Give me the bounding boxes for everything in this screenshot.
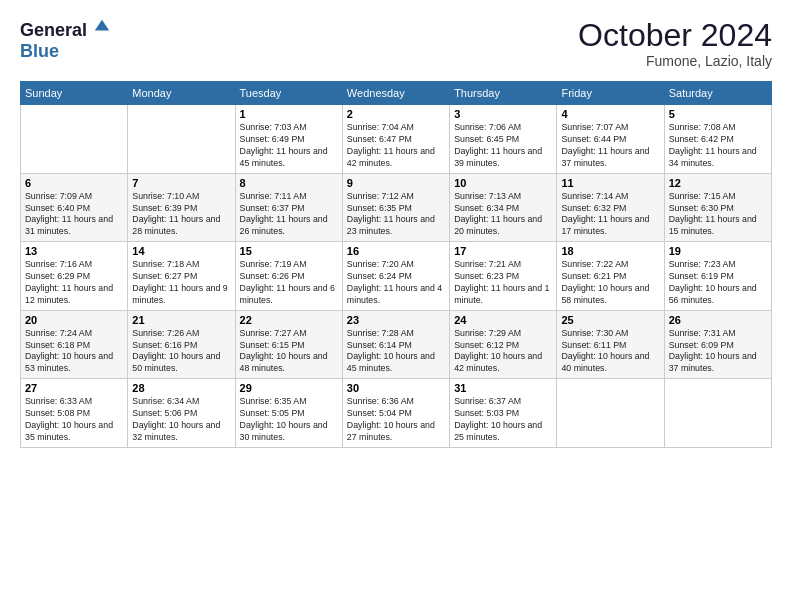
day-number: 17	[454, 245, 552, 257]
day-info: Sunrise: 7:28 AM Sunset: 6:14 PM Dayligh…	[347, 328, 445, 376]
day-info: Sunrise: 7:31 AM Sunset: 6:09 PM Dayligh…	[669, 328, 767, 376]
calendar-cell: 22Sunrise: 7:27 AM Sunset: 6:15 PM Dayli…	[235, 310, 342, 379]
col-header-thursday: Thursday	[450, 82, 557, 105]
day-info: Sunrise: 7:24 AM Sunset: 6:18 PM Dayligh…	[25, 328, 123, 376]
col-header-friday: Friday	[557, 82, 664, 105]
header: General Blue October 2024 Fumone, Lazio,…	[20, 18, 772, 69]
day-info: Sunrise: 7:11 AM Sunset: 6:37 PM Dayligh…	[240, 191, 338, 239]
col-header-monday: Monday	[128, 82, 235, 105]
day-number: 24	[454, 314, 552, 326]
day-info: Sunrise: 7:12 AM Sunset: 6:35 PM Dayligh…	[347, 191, 445, 239]
day-info: Sunrise: 7:29 AM Sunset: 6:12 PM Dayligh…	[454, 328, 552, 376]
calendar-week-5: 27Sunrise: 6:33 AM Sunset: 5:08 PM Dayli…	[21, 379, 772, 448]
calendar-cell	[557, 379, 664, 448]
day-info: Sunrise: 7:22 AM Sunset: 6:21 PM Dayligh…	[561, 259, 659, 307]
title-block: October 2024 Fumone, Lazio, Italy	[578, 18, 772, 69]
calendar-cell: 5Sunrise: 7:08 AM Sunset: 6:42 PM Daylig…	[664, 105, 771, 174]
day-info: Sunrise: 7:26 AM Sunset: 6:16 PM Dayligh…	[132, 328, 230, 376]
calendar-cell: 13Sunrise: 7:16 AM Sunset: 6:29 PM Dayli…	[21, 242, 128, 311]
calendar-cell: 23Sunrise: 7:28 AM Sunset: 6:14 PM Dayli…	[342, 310, 449, 379]
calendar-table: SundayMondayTuesdayWednesdayThursdayFrid…	[20, 81, 772, 448]
day-info: Sunrise: 6:35 AM Sunset: 5:05 PM Dayligh…	[240, 396, 338, 444]
day-info: Sunrise: 7:20 AM Sunset: 6:24 PM Dayligh…	[347, 259, 445, 307]
day-number: 29	[240, 382, 338, 394]
calendar-cell: 24Sunrise: 7:29 AM Sunset: 6:12 PM Dayli…	[450, 310, 557, 379]
day-number: 16	[347, 245, 445, 257]
day-number: 26	[669, 314, 767, 326]
day-number: 21	[132, 314, 230, 326]
day-info: Sunrise: 6:34 AM Sunset: 5:06 PM Dayligh…	[132, 396, 230, 444]
day-number: 18	[561, 245, 659, 257]
day-number: 2	[347, 108, 445, 120]
day-number: 9	[347, 177, 445, 189]
day-number: 31	[454, 382, 552, 394]
month-title: October 2024	[578, 18, 772, 53]
col-header-saturday: Saturday	[664, 82, 771, 105]
day-number: 19	[669, 245, 767, 257]
day-info: Sunrise: 7:15 AM Sunset: 6:30 PM Dayligh…	[669, 191, 767, 239]
calendar-cell: 11Sunrise: 7:14 AM Sunset: 6:32 PM Dayli…	[557, 173, 664, 242]
calendar-cell: 6Sunrise: 7:09 AM Sunset: 6:40 PM Daylig…	[21, 173, 128, 242]
calendar-cell: 9Sunrise: 7:12 AM Sunset: 6:35 PM Daylig…	[342, 173, 449, 242]
day-info: Sunrise: 7:30 AM Sunset: 6:11 PM Dayligh…	[561, 328, 659, 376]
calendar-week-2: 6Sunrise: 7:09 AM Sunset: 6:40 PM Daylig…	[21, 173, 772, 242]
day-number: 1	[240, 108, 338, 120]
calendar-cell: 25Sunrise: 7:30 AM Sunset: 6:11 PM Dayli…	[557, 310, 664, 379]
day-number: 3	[454, 108, 552, 120]
calendar-week-4: 20Sunrise: 7:24 AM Sunset: 6:18 PM Dayli…	[21, 310, 772, 379]
calendar-cell: 15Sunrise: 7:19 AM Sunset: 6:26 PM Dayli…	[235, 242, 342, 311]
calendar-cell: 30Sunrise: 6:36 AM Sunset: 5:04 PM Dayli…	[342, 379, 449, 448]
calendar-cell: 4Sunrise: 7:07 AM Sunset: 6:44 PM Daylig…	[557, 105, 664, 174]
day-number: 7	[132, 177, 230, 189]
calendar-cell: 21Sunrise: 7:26 AM Sunset: 6:16 PM Dayli…	[128, 310, 235, 379]
day-number: 28	[132, 382, 230, 394]
day-info: Sunrise: 7:08 AM Sunset: 6:42 PM Dayligh…	[669, 122, 767, 170]
day-number: 20	[25, 314, 123, 326]
day-number: 12	[669, 177, 767, 189]
day-number: 23	[347, 314, 445, 326]
col-header-wednesday: Wednesday	[342, 82, 449, 105]
page: General Blue October 2024 Fumone, Lazio,…	[0, 0, 792, 612]
day-number: 25	[561, 314, 659, 326]
day-info: Sunrise: 7:06 AM Sunset: 6:45 PM Dayligh…	[454, 122, 552, 170]
day-info: Sunrise: 7:13 AM Sunset: 6:34 PM Dayligh…	[454, 191, 552, 239]
logo-blue: Blue	[20, 41, 111, 62]
calendar-cell: 26Sunrise: 7:31 AM Sunset: 6:09 PM Dayli…	[664, 310, 771, 379]
day-info: Sunrise: 7:27 AM Sunset: 6:15 PM Dayligh…	[240, 328, 338, 376]
day-number: 5	[669, 108, 767, 120]
calendar-cell: 28Sunrise: 6:34 AM Sunset: 5:06 PM Dayli…	[128, 379, 235, 448]
logo: General Blue	[20, 18, 111, 62]
calendar-cell: 18Sunrise: 7:22 AM Sunset: 6:21 PM Dayli…	[557, 242, 664, 311]
day-number: 4	[561, 108, 659, 120]
calendar-cell	[664, 379, 771, 448]
calendar-cell	[128, 105, 235, 174]
day-number: 10	[454, 177, 552, 189]
calendar-cell: 16Sunrise: 7:20 AM Sunset: 6:24 PM Dayli…	[342, 242, 449, 311]
calendar-cell: 1Sunrise: 7:03 AM Sunset: 6:49 PM Daylig…	[235, 105, 342, 174]
day-number: 15	[240, 245, 338, 257]
day-number: 8	[240, 177, 338, 189]
calendar-header-row: SundayMondayTuesdayWednesdayThursdayFrid…	[21, 82, 772, 105]
calendar-cell: 7Sunrise: 7:10 AM Sunset: 6:39 PM Daylig…	[128, 173, 235, 242]
calendar-cell: 2Sunrise: 7:04 AM Sunset: 6:47 PM Daylig…	[342, 105, 449, 174]
svg-marker-0	[95, 20, 109, 31]
subtitle: Fumone, Lazio, Italy	[578, 53, 772, 69]
calendar-cell: 3Sunrise: 7:06 AM Sunset: 6:45 PM Daylig…	[450, 105, 557, 174]
calendar-cell: 12Sunrise: 7:15 AM Sunset: 6:30 PM Dayli…	[664, 173, 771, 242]
day-number: 11	[561, 177, 659, 189]
day-info: Sunrise: 7:07 AM Sunset: 6:44 PM Dayligh…	[561, 122, 659, 170]
calendar-cell: 31Sunrise: 6:37 AM Sunset: 5:03 PM Dayli…	[450, 379, 557, 448]
day-info: Sunrise: 7:03 AM Sunset: 6:49 PM Dayligh…	[240, 122, 338, 170]
day-info: Sunrise: 6:36 AM Sunset: 5:04 PM Dayligh…	[347, 396, 445, 444]
col-header-sunday: Sunday	[21, 82, 128, 105]
calendar-cell: 14Sunrise: 7:18 AM Sunset: 6:27 PM Dayli…	[128, 242, 235, 311]
day-info: Sunrise: 7:23 AM Sunset: 6:19 PM Dayligh…	[669, 259, 767, 307]
calendar-cell: 19Sunrise: 7:23 AM Sunset: 6:19 PM Dayli…	[664, 242, 771, 311]
calendar-cell: 17Sunrise: 7:21 AM Sunset: 6:23 PM Dayli…	[450, 242, 557, 311]
calendar-week-3: 13Sunrise: 7:16 AM Sunset: 6:29 PM Dayli…	[21, 242, 772, 311]
calendar-cell	[21, 105, 128, 174]
day-info: Sunrise: 7:10 AM Sunset: 6:39 PM Dayligh…	[132, 191, 230, 239]
day-info: Sunrise: 6:33 AM Sunset: 5:08 PM Dayligh…	[25, 396, 123, 444]
day-number: 27	[25, 382, 123, 394]
logo-text: General	[20, 18, 111, 41]
